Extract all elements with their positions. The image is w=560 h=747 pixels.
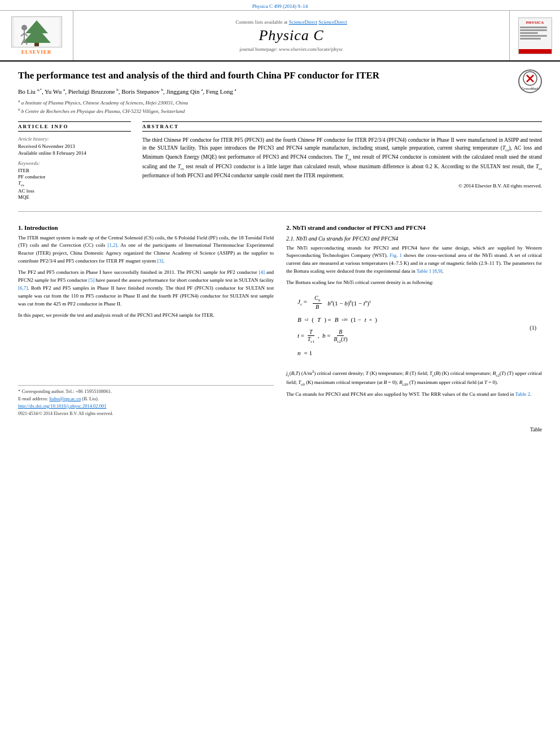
keyword-3: Tcs — [18, 180, 131, 187]
copyright: © 2014 Elsevier B.V. All rights reserved… — [142, 183, 542, 189]
elsevier-logo: ELSEVIER — [0, 11, 73, 60]
keyword-4: AC loss — [18, 188, 131, 194]
intro-para-3: In this paper, we provide the test and a… — [18, 312, 274, 320]
intro-para-1: The ITER magnet system is made up of the… — [18, 234, 274, 266]
affiliation-a: a a Institute of Plasma Physics, Chinese… — [18, 98, 542, 107]
affiliations: a a Institute of Plasma Physics, Chinese… — [18, 98, 542, 116]
authors: Bo Liu a,*, Yu Wu a, Pierluigi Bruzzone … — [18, 88, 542, 95]
article-title-text: The performance test and analysis of the… — [18, 70, 379, 81]
email-link[interactable]: liubo@ipp.ac.cn — [49, 396, 81, 401]
article-info-abstract: ARTICLE INFO Article history: Received 6… — [18, 121, 542, 204]
thumb-title: PHYSICA — [526, 20, 544, 25]
elsevier-tree-icon — [14, 18, 59, 47]
affiliation-b: b b Centre de Recherches en Physique des… — [18, 107, 542, 116]
corresponding-note: * Corresponding author. Tel.: +86 159551… — [18, 388, 274, 394]
section-divider — [18, 211, 542, 212]
nbti-para-2: The Bottura scaling law for NbTi critica… — [286, 279, 542, 287]
keywords-group: Keywords: ITER PF conductor Tcs AC loss … — [18, 160, 131, 200]
formula-eq1-n: n = 1 — [298, 350, 519, 356]
intro-title: 1. Introduction — [18, 224, 274, 231]
sciencedirect-text: Contents lists available at — [235, 19, 287, 25]
email-label: E-mail address: — [18, 396, 48, 401]
formula-fraction: C0 B — [313, 295, 322, 310]
received-date: Received 6 November 2013 — [18, 143, 131, 149]
nbti-subsection: 2.1. NbTi and Cu strands for PFCN3 and P… — [286, 235, 542, 242]
formula-eq1-t: t = T Tc1 , b = B Bc2(T) — [298, 329, 519, 344]
abstract-column: ABSTRACT The third Chinese PF conductor … — [142, 121, 542, 204]
doi-link[interactable]: http://dx.doi.org/10.1016/j.physc.2014.0… — [18, 403, 274, 409]
body-left-column: 1. Introduction The ITER magnet system i… — [18, 219, 274, 433]
formula-block: Jc = C0 B bα(1 − b)β(1 − tn)γ Bc2(T) — [286, 290, 542, 364]
keyword-5: MQE — [18, 194, 131, 200]
issn: 0921-4534/© 2014 Elsevier B.V. All right… — [18, 411, 274, 416]
body-right-column: 2. NbTi strand and conductor of PFCN3 an… — [286, 219, 542, 433]
formula-t: t = T Tc1 , b = B Bc2(T) — [298, 329, 349, 344]
svg-point-3 — [21, 25, 27, 30]
article-history: Article history: Received 6 November 201… — [18, 136, 131, 156]
article-area: The performance test and analysis of the… — [0, 62, 560, 438]
history-label: Article history: — [18, 136, 131, 142]
formula-eq1-jc: Jc = C0 B bα(1 − b)β(1 − tn)γ — [298, 295, 519, 310]
article-info-header: ARTICLE INFO — [18, 121, 131, 132]
crossmark-label: CrossMark — [521, 87, 539, 91]
banner-center: Contents lists available at ScienceDirec… — [73, 11, 509, 60]
abstract-text: The third Chinese PF conductor for ITER … — [142, 136, 542, 180]
thumb-line-4 — [520, 35, 548, 37]
footer-spacer — [18, 323, 274, 340]
article-title: The performance test and analysis of the… — [18, 69, 542, 82]
intro-para-2: The PF2 and PF5 conductors in Phase I ha… — [18, 269, 274, 308]
journal-thumbnail: PHYSICA — [518, 18, 552, 54]
top-banner: ELSEVIER Contents lists available at Sci… — [0, 11, 560, 62]
journal-url: journal homepage: www.elsevier.com/locat… — [239, 46, 343, 52]
footer-notes: * Corresponding author. Tel.: +86 159551… — [18, 385, 274, 416]
keyword-1: ITER — [18, 168, 131, 173]
banner-right: PHYSICA — [509, 11, 560, 60]
journal-header: Physica C 499 (2014) 9–14 — [0, 0, 560, 11]
nbti-title: 2. NbTi strand and conductor of PFCN3 an… — [286, 224, 542, 231]
email-note: E-mail address: liubo@ipp.ac.cn (B. Liu)… — [18, 396, 274, 401]
article-info-column: ARTICLE INFO Article history: Received 6… — [18, 121, 131, 204]
sciencedirect-link-text[interactable]: ScienceDirect — [318, 19, 347, 25]
elsevier-label: ELSEVIER — [21, 49, 52, 55]
thumb-line-3 — [520, 32, 538, 34]
thumb-lines — [520, 27, 550, 41]
sciencedirect-link[interactable]: ScienceDirect — [289, 19, 317, 25]
table-label: Table — [286, 427, 542, 433]
nbti-para-4: The Cu strands for PFCN3 and PFCN4 are a… — [286, 391, 542, 399]
svg-rect-2 — [34, 43, 39, 46]
crossmark-icon — [523, 71, 537, 86]
available-date: Available online 8 February 2014 — [18, 150, 131, 156]
formula-eq1-bc2: Bc2(T) = Bc20(1 − tn) — [298, 316, 519, 323]
sciencedirect-line: Contents lists available at ScienceDirec… — [235, 19, 347, 25]
abstract-header: ABSTRACT — [142, 121, 542, 132]
keyword-2: PF conductor — [18, 174, 131, 180]
thumb-line-1 — [520, 27, 548, 28]
thumb-line-5 — [520, 38, 541, 40]
crossmark-badge: CrossMark — [518, 69, 542, 93]
journal-ref: Physica C 499 (2014) 9–14 — [252, 3, 308, 9]
formula-jc-right: bα(1 − b)β(1 − tn)γ — [327, 299, 371, 307]
body-columns: 1. Introduction The ITER magnet system i… — [18, 219, 542, 433]
keywords-label: Keywords: — [18, 160, 131, 166]
thumb-red-bar — [519, 49, 552, 54]
elsevier-logo-graphic — [11, 16, 62, 47]
journal-name: Physica C — [259, 27, 323, 44]
formula-jc-left: Jc = — [298, 298, 307, 307]
page: Physica C 499 (2014) 9–14 — [0, 0, 560, 747]
email-suffix: (B. Liu). — [82, 396, 99, 401]
nbti-para-3: jc(B,T) (A/m2) critical current density;… — [286, 369, 542, 387]
thumb-line-2 — [520, 29, 548, 31]
equation-number: (1) — [530, 324, 536, 330]
nbti-para-1: The NbTi superconducting strands for PFC… — [286, 244, 542, 276]
